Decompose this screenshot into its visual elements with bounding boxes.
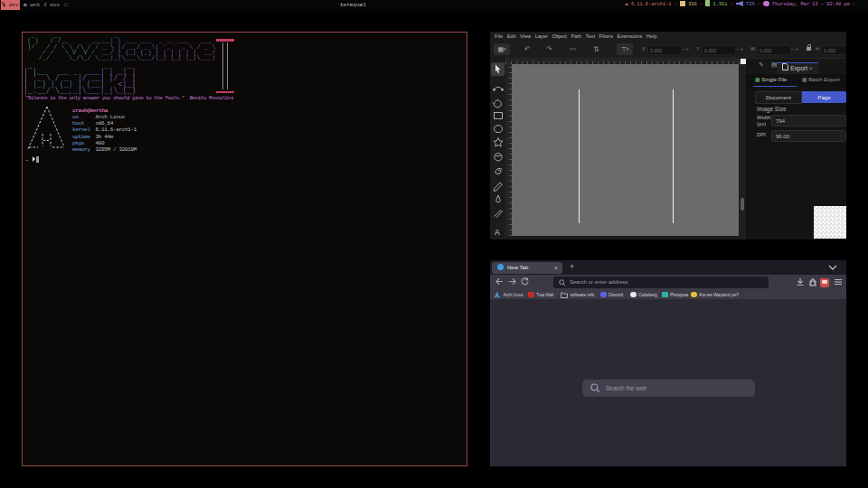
- svg-text:A: A: [495, 228, 500, 237]
